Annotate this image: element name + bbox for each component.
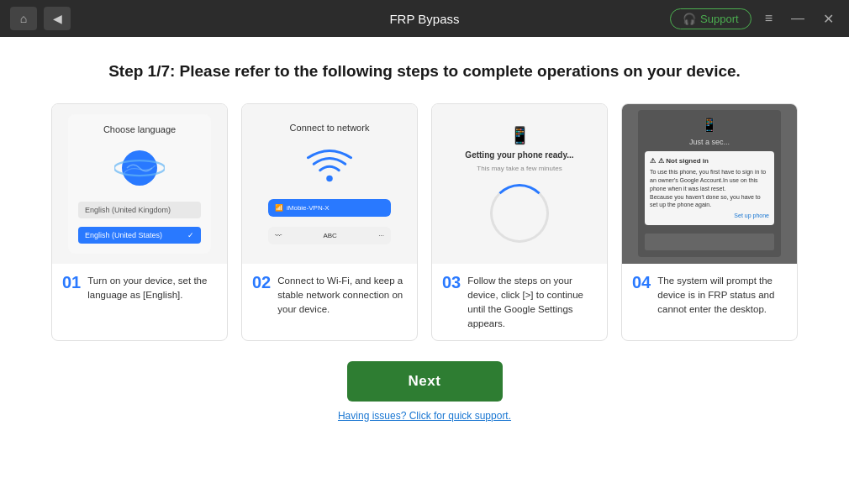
lang-card-title: Choose language — [103, 124, 176, 134]
headphone-icon: 🎧 — [683, 13, 696, 25]
just-sec-inner: 📱 Just a sec... ⚠ ⚠ Not signed in To use… — [638, 110, 781, 257]
step-card-3: 📱 Getting your phone ready... This may t… — [431, 103, 608, 341]
setup-phone-link: Set up phone — [650, 212, 769, 220]
wifi-small-icon: 📶 — [275, 204, 283, 212]
wifi-icon-large — [304, 143, 355, 189]
step-num-3: 03 — [442, 274, 461, 291]
back-icon: ◀ — [53, 12, 62, 25]
network-item-selected: 📶 iMobie-VPN-X — [268, 199, 391, 217]
not-signed-text: To use this phone, you first have to sig… — [650, 169, 766, 192]
card2-title: Connect to network — [290, 123, 370, 133]
support-button[interactable]: 🎧 Support — [670, 8, 751, 29]
minimize-button[interactable]: — — [786, 9, 809, 28]
step-num-1: 01 — [62, 274, 81, 291]
step-image-3: 📱 Getting your phone ready... This may t… — [432, 104, 607, 264]
titlebar-left: ⌂ ◀ — [10, 7, 71, 30]
step-image-4: 📱 Just a sec... ⚠ ⚠ Not signed in To use… — [622, 104, 797, 264]
phone-ready-sub: This may take a few minutes — [477, 165, 562, 172]
steps-row: Choose language English (United Kingdom)… — [34, 103, 815, 341]
titlebar-right: 🎧 Support ≡ — ✕ — [670, 8, 839, 29]
step-card-1: Choose language English (United Kingdom)… — [51, 103, 228, 341]
not-signed-box: ⚠ ⚠ Not signed in To use this phone, you… — [645, 151, 774, 225]
step-text-2: Connect to Wi-Fi, and keep a stable netw… — [277, 274, 407, 318]
step-num-4: 04 — [632, 274, 651, 291]
lang-option-2: English (United States) ✓ — [78, 227, 201, 244]
not-signed-header: ⚠ ⚠ Not signed in — [650, 156, 769, 165]
bottom-section: Next Having issues? Click for quick supp… — [338, 361, 511, 422]
close-button[interactable]: ✕ — [818, 9, 839, 29]
phone-icon: 📱 — [509, 125, 530, 145]
step-image-1: Choose language English (United Kingdom)… — [52, 104, 227, 264]
not-signed-text2: Because you haven't done so, you have to… — [650, 194, 761, 208]
step-desc-2: 02 Connect to Wi-Fi, and keep a stable n… — [242, 264, 417, 326]
phone-ready-inner: 📱 Getting your phone ready... This may t… — [448, 118, 591, 249]
phone-icon-sm: 📱 — [701, 117, 718, 133]
dots-icon: ··· — [378, 232, 384, 239]
lang-card-inner: Choose language English (United Kingdom)… — [68, 114, 211, 254]
step-card-4: 📱 Just a sec... ⚠ ⚠ Not signed in To use… — [621, 103, 798, 341]
spinner-circle — [490, 184, 549, 243]
step-text-3: Follow the steps on your device, click [… — [467, 274, 597, 332]
check-icon: ✓ — [187, 231, 194, 239]
wifi-sm-icon: 〰 — [275, 232, 282, 239]
home-button[interactable]: ⌂ — [10, 7, 37, 30]
step-card-2: Connect to network 📶 iMobie-VPN-X 〰 — [241, 103, 418, 341]
next-button[interactable]: Next — [347, 361, 503, 402]
step-text-1: Turn on your device, set the language as… — [87, 274, 217, 303]
support-label: Support — [700, 13, 739, 25]
main-content: Step 1/7: Please refer to the following … — [0, 37, 849, 504]
svg-point-2 — [326, 176, 333, 182]
menu-button[interactable]: ≡ — [760, 9, 778, 28]
planet-icon — [114, 143, 165, 193]
step-image-2: Connect to network 📶 iMobie-VPN-X 〰 — [242, 104, 417, 264]
step-num-2: 02 — [252, 274, 271, 291]
app-title: FRP Bypass — [389, 12, 459, 26]
just-sec-title: Just a sec... — [689, 138, 730, 146]
warning-icon: ⚠ — [650, 156, 656, 165]
bottom-bar — [645, 234, 774, 250]
lang-option-1: English (United Kingdom) — [78, 202, 201, 218]
back-button[interactable]: ◀ — [44, 7, 71, 30]
phone-ready-title: Getting your phone ready... — [465, 150, 573, 160]
page-title: Step 1/7: Please refer to the following … — [108, 60, 741, 83]
quick-support-link[interactable]: Having issues? Click for quick support. — [338, 410, 511, 422]
titlebar: ⌂ ◀ FRP Bypass 🎧 Support ≡ — ✕ — [0, 0, 849, 37]
step-desc-4: 04 The system will prompt the device is … — [622, 264, 797, 326]
step-desc-3: 03 Follow the steps on your device, clic… — [432, 264, 607, 340]
step-desc-1: 01 Turn on your device, set the language… — [52, 264, 227, 312]
step-text-4: The system will prompt the device is in … — [657, 274, 787, 318]
network-item-plain: 〰 ABC ··· — [268, 227, 391, 244]
network-card-inner: Connect to network 📶 iMobie-VPN-X 〰 — [258, 113, 401, 255]
home-icon: ⌂ — [20, 12, 27, 25]
